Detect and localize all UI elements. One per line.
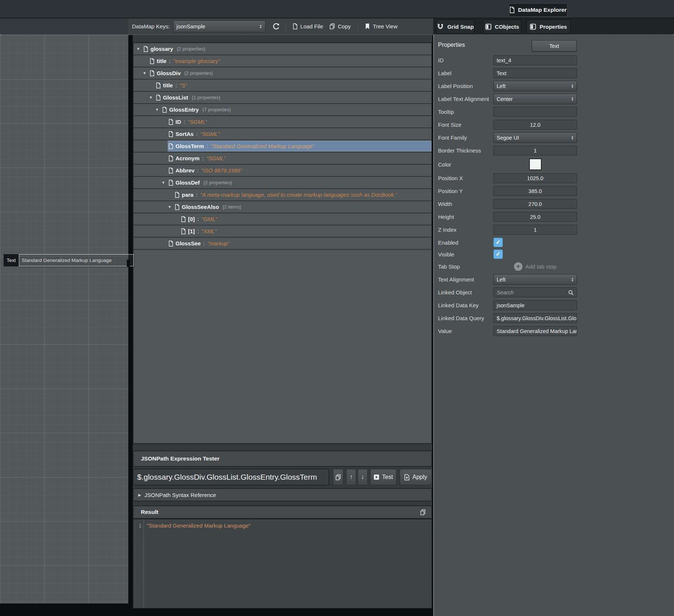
tree-key: Acronym	[176, 155, 199, 161]
linked-data-key-input[interactable]: jsonSample	[493, 300, 577, 310]
datamap-explorer-button[interactable]: DataMap Explorer	[509, 3, 567, 17]
jsonpath-expression-text: $.glossary.GlossDiv.GlossList.GlossEntry…	[137, 473, 317, 482]
font-size-input[interactable]: 12.0	[493, 120, 577, 130]
load-file-button[interactable]: Load File	[293, 23, 323, 29]
tree-colon: :	[176, 82, 177, 88]
tree-key: [0]	[188, 216, 195, 222]
magnet-icon	[437, 23, 444, 30]
tree-row[interactable]: title : "S"	[133, 80, 431, 92]
tree-row[interactable]: GlossTerm : "Standard Generalized Markup…	[133, 140, 431, 153]
tree-count: {2 properties}	[184, 70, 213, 76]
font-family-select[interactable]: Segoe UI ▲▼	[493, 132, 577, 143]
cobjects-button[interactable]: CObjects	[483, 20, 521, 34]
tree-row[interactable]: para : "A meta-markup language, used to …	[133, 189, 431, 201]
test-run-icon	[374, 474, 379, 480]
tree-key: Abbrev	[176, 167, 195, 174]
copy-expression-button[interactable]	[333, 469, 343, 485]
enabled-checkbox[interactable]: ✓	[493, 238, 503, 247]
z-index-input[interactable]: 1	[493, 225, 577, 235]
expander-icon[interactable]: ▼	[136, 47, 143, 51]
prop-row-font-size: Font Size 12.0	[437, 120, 577, 130]
value-input[interactable]: Standard Generalized Markup Language	[493, 326, 577, 336]
position-x-input[interactable]: 1025.0	[493, 173, 577, 183]
expander-collapsed-icon: ▶	[138, 493, 141, 497]
canvas-text-element[interactable]: Text Standard Generalized Markup Languag…	[4, 254, 134, 266]
arrow-up-icon: ↑	[350, 473, 353, 481]
text-alignment-select[interactable]: Left ▲▼	[493, 274, 577, 285]
tree-row[interactable]: ▼GlossDef{2 properties}	[133, 177, 431, 189]
history-up-button[interactable]: ↑	[346, 469, 356, 485]
visible-checkbox[interactable]: ✓	[493, 249, 503, 259]
tree-row[interactable]: Abbrev : "ISO 8879:1986"	[133, 165, 431, 177]
tree-view-button[interactable]: Tree View	[365, 23, 397, 29]
tree-count: {1 properties}	[192, 95, 220, 100]
grid-snap-button[interactable]: Grid Snap	[436, 20, 475, 34]
tree-count: {7 properties}	[202, 107, 231, 112]
linked-data-query-input[interactable]: $.glossary.GlossDiv.GlossList.GlossEntry…	[493, 313, 577, 323]
expander-icon[interactable]: ▼	[143, 71, 149, 75]
tree-key: title	[163, 82, 173, 88]
text-element-label: Text	[4, 254, 19, 266]
linked-object-search-input[interactable]: Search	[493, 287, 577, 297]
border-thickness-input[interactable]: 1	[493, 146, 577, 155]
apply-button[interactable]: Apply	[400, 469, 432, 485]
document-icon	[181, 216, 186, 222]
width-input[interactable]: 270.0	[493, 199, 577, 209]
arrow-down-icon: ↓	[361, 473, 364, 481]
document-icon	[143, 46, 148, 52]
jsonpath-syntax-reference[interactable]: ▶ JSONPath Syntax Reference	[133, 488, 432, 501]
expander-icon[interactable]: ▼	[168, 205, 174, 209]
copy-result-button[interactable]	[420, 509, 425, 515]
tree-row[interactable]: [1] : "XML"	[133, 225, 431, 238]
height-input[interactable]: 25.0	[493, 212, 577, 222]
tree-value: "GML"	[202, 216, 218, 222]
expander-icon[interactable]: ▼	[161, 181, 168, 185]
element-type-button[interactable]: Text	[532, 40, 577, 52]
tree-row[interactable]: title : "example glossary"	[133, 55, 431, 67]
label-input[interactable]: Text	[493, 68, 577, 78]
document-icon	[181, 228, 186, 234]
expander-icon[interactable]: ▼	[149, 95, 155, 99]
history-down-button[interactable]: ↓	[358, 469, 368, 485]
tree-row[interactable]: ID : "SGML"	[133, 116, 431, 128]
test-button[interactable]: Test	[370, 469, 396, 485]
tree-row[interactable]: ▼GlossEntry{7 properties}	[133, 104, 431, 116]
properties-button[interactable]: Properties	[526, 20, 571, 34]
tree-colon: :	[197, 167, 199, 174]
tree-row[interactable]: ▼GlossDiv{2 properties}	[133, 67, 431, 80]
tree-row[interactable]: Acronym : "SGML"	[133, 153, 431, 165]
tree-colon: :	[184, 119, 185, 125]
color-swatch[interactable]	[529, 158, 542, 170]
copy-button[interactable]: Copy	[330, 23, 351, 29]
result-header: Result	[133, 505, 432, 519]
design-canvas[interactable]	[0, 35, 128, 603]
tree-value: "example glossary"	[173, 58, 220, 64]
position-y-input[interactable]: 385.0	[493, 186, 577, 196]
tree-row[interactable]: [0] : "GML"	[133, 213, 431, 225]
tree-colon: :	[203, 240, 205, 246]
text-element-value[interactable]: Standard Generalized Markup Language	[19, 254, 134, 266]
label-text-alignment-select[interactable]: Center ▲▼	[493, 94, 577, 104]
label-position-select[interactable]: Left ▲▼	[493, 81, 577, 91]
apply-document-icon	[404, 474, 410, 480]
refresh-button[interactable]	[271, 21, 282, 32]
tree-row[interactable]: SortAs : "SGML"	[133, 128, 431, 140]
jsonpath-expression-input[interactable]: $.glossary.GlossDiv.GlossList.GlossEntry…	[133, 469, 329, 486]
prop-row-border-thickness: Border Thickness 1	[437, 146, 577, 155]
id-input[interactable]: text_4	[493, 55, 577, 65]
tree-count: [2 items]	[223, 204, 241, 210]
tree-value: "SGML"	[206, 155, 226, 161]
prop-row-linked-data-key: Linked Data Key jsonSample	[437, 300, 577, 310]
tree-row[interactable]: ▼GlossList{1 properties}	[133, 92, 431, 104]
tooltip-input[interactable]	[493, 107, 577, 117]
tree-key: ID	[176, 119, 181, 125]
datamap-keys-select[interactable]: jsonSample ▲▼	[173, 20, 265, 32]
add-tab-stop-button[interactable]: + Add tab stop	[493, 262, 577, 271]
json-tree: ▼glossary{2 properties}title : "example …	[133, 42, 432, 444]
tree-row[interactable]: GlossSee : "markup"	[133, 238, 431, 250]
tree-row[interactable]: ▼GlossSeeAlso[2 items]	[133, 201, 431, 213]
tree-value: "ISO 8879:1986"	[201, 167, 243, 174]
resize-handle[interactable]	[127, 260, 130, 267]
expander-icon[interactable]: ▼	[155, 108, 161, 112]
tree-row[interactable]: ▼glossary{2 properties}	[133, 43, 431, 55]
